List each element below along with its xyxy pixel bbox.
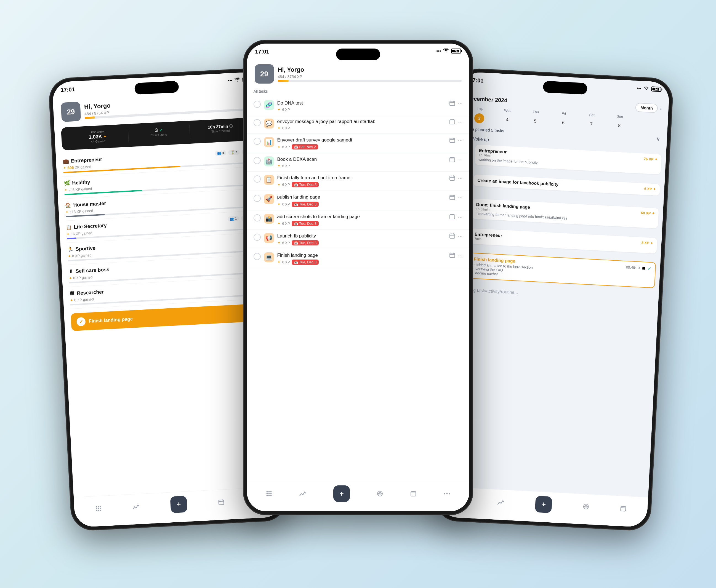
c-nav-calendar[interactable] (410, 490, 417, 497)
self-care-icon: ⏸ (68, 268, 74, 274)
active-check-icon[interactable]: ✓ (647, 266, 651, 271)
task-1-calendar-icon[interactable] (449, 100, 455, 106)
center-status-icons: ▪▪▪ 74 (436, 48, 461, 54)
task-9-calendar-icon[interactable] (449, 252, 455, 258)
month-view-button[interactable]: Month (635, 103, 658, 113)
r-nav-calendar[interactable] (620, 505, 627, 512)
task-3-more-icon[interactable]: ··· (458, 137, 463, 143)
nav-dots[interactable] (95, 505, 102, 512)
task-9[interactable]: 💻 Finish landing page ✦ 6 XP 📅 Tue, Dec … (247, 249, 469, 268)
task-5-meta: ✦ 6 XP 📅 Tue, Dec 3 (277, 182, 446, 187)
task-4-content: Book a DEXA scan ✦ 6 XP (277, 156, 446, 168)
task-5-calendar-icon[interactable] (449, 175, 455, 181)
svg-point-6 (96, 510, 97, 511)
r-signal-icon: ▪▪▪ (636, 86, 641, 91)
svg-rect-44 (450, 234, 455, 238)
cal-day-3[interactable]: 3 (474, 113, 484, 124)
task-9-circle[interactable] (253, 253, 261, 260)
task-1[interactable]: 🧬 Do DNA test ✦ 6 XP ··· (247, 97, 469, 115)
cal-day-6[interactable]: 6 (558, 118, 568, 128)
task-2-calendar-icon[interactable] (449, 119, 455, 125)
task-8-more-icon[interactable]: ··· (458, 233, 463, 239)
nav-calendar[interactable] (218, 499, 224, 506)
task-9-more-icon[interactable]: ··· (458, 252, 463, 259)
task-2[interactable]: 💬 envoyer message à joey par rapport au … (247, 115, 469, 134)
task-8[interactable]: 📢 Launch fb publicity ✦ 6 XP 📅 Tue, Dec … (247, 230, 469, 249)
c-nav-dots[interactable] (266, 490, 272, 497)
svg-point-53 (268, 491, 270, 492)
task-7-actions: ··· (449, 214, 463, 220)
task-7-circle[interactable] (253, 214, 261, 222)
task-6-circle[interactable] (253, 195, 261, 202)
task-5[interactable]: 📋 Finish tally form and put it on framer… (247, 171, 469, 191)
task-3-circle[interactable] (253, 138, 261, 145)
task-8-title: Launch fb publicity (277, 233, 446, 239)
cal-day-7[interactable]: 7 (586, 119, 596, 129)
task-6[interactable]: 🚀 publish landing page ✦ 6 XP 📅 Tue, Dec… (247, 191, 469, 210)
svg-point-3 (96, 508, 97, 509)
task-5-circle[interactable] (253, 175, 261, 183)
svg-point-54 (270, 491, 272, 492)
task-3[interactable]: 📊 Envoyer draft survey google samedi ✦ 6… (247, 134, 469, 153)
task-4[interactable]: 🏥 Book a DEXA scan ✦ 6 XP ··· (247, 153, 469, 171)
c-nav-more[interactable] (444, 493, 450, 495)
cal-day-8[interactable]: 8 (614, 121, 625, 131)
task-2-content: envoyer message à joey par rapport au st… (277, 119, 446, 130)
c-nav-chart[interactable] (299, 491, 306, 497)
svg-point-0 (96, 506, 97, 507)
collapse-icon[interactable]: ∨ (656, 135, 660, 142)
c-nav-add[interactable]: + (333, 485, 350, 502)
tl-card-4-xp: 8 XP ✦ (641, 240, 653, 245)
task-7-more-icon[interactable]: ··· (458, 214, 463, 220)
cal-day-5[interactable]: 5 (530, 116, 540, 127)
svg-point-8 (100, 510, 101, 511)
svg-point-57 (270, 493, 272, 494)
task-1-circle[interactable] (253, 101, 261, 108)
r-nav-target[interactable] (582, 503, 589, 510)
tl-card-2-xp: 6 XP ✦ (644, 187, 656, 191)
task-1-title: Do DNA test (277, 100, 446, 106)
active-task-check[interactable]: ✓ (76, 317, 85, 327)
task-8-circle[interactable] (253, 234, 261, 241)
tl-card-2-header: Create an image for facebook publicity 6… (477, 178, 656, 192)
center-phone-screen: 17:01 ▪▪▪ (247, 44, 469, 511)
task-7-calendar-icon[interactable] (449, 214, 455, 220)
life-sec-icon: 📋 (66, 225, 72, 230)
task-5-more-icon[interactable]: ··· (458, 175, 463, 181)
task-2-more-icon[interactable]: ··· (458, 119, 463, 125)
task-5-actions: ··· (449, 175, 463, 181)
c-nav-target[interactable] (376, 490, 383, 497)
c-wifi-icon (444, 48, 449, 54)
r-nav-add[interactable]: + (535, 496, 552, 513)
cal-day-4[interactable]: 4 (502, 114, 512, 125)
task-5-date: 📅 Tue, Dec 3 (292, 182, 319, 187)
task-6-calendar-icon[interactable] (449, 194, 455, 201)
nav-chart[interactable] (132, 504, 140, 509)
task-7[interactable]: 📸 add screenshots to framer landing page… (247, 210, 469, 230)
task-2-circle[interactable] (253, 119, 261, 126)
center-bottom-nav: + (247, 481, 469, 511)
task-6-more-icon[interactable]: ··· (458, 194, 463, 201)
task-3-calendar-icon[interactable] (449, 138, 455, 143)
calendar-next-icon[interactable]: › (660, 105, 662, 112)
level-badge: 29 (61, 102, 81, 122)
center-phone: 17:01 ▪▪▪ (244, 40, 473, 514)
task-1-more-icon[interactable]: ··· (458, 100, 463, 106)
svg-point-69 (446, 493, 448, 494)
svg-point-4 (98, 508, 99, 509)
svg-point-60 (270, 495, 272, 496)
task-6-meta: ✦ 6 XP 📅 Tue, Dec 3 (277, 202, 446, 207)
log-task-placeholder[interactable]: Log task/activity/routine... (468, 288, 518, 295)
task-3-actions: ··· (449, 137, 463, 143)
task-4-calendar-icon[interactable] (449, 156, 455, 163)
stop-icon[interactable]: ⏹ (641, 266, 646, 271)
task-8-calendar-icon[interactable] (449, 233, 455, 239)
r-nav-chart[interactable] (497, 499, 505, 505)
task-5-content: Finish tally form and put it on framer ✦… (277, 175, 446, 187)
task-4-circle[interactable] (253, 157, 261, 164)
nav-add[interactable]: + (170, 496, 187, 513)
sportive-icon: 🏃 (67, 246, 74, 253)
task-2-icon: 💬 (264, 119, 274, 128)
task-4-more-icon[interactable]: ··· (458, 156, 463, 163)
goals-list: 💼 Entrepreneur 👥 3 ⏳ 4 ✕ ✓ ✦ (56, 142, 272, 312)
